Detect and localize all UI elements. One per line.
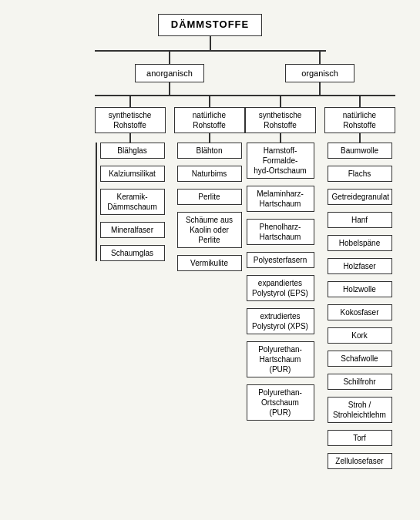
- leaf-item: Schafwolle: [328, 351, 392, 367]
- organisch-box: organisch: [285, 64, 354, 82]
- leaf-item: Hanf: [328, 212, 392, 228]
- diagram: DÄMMSTOFFE anorganisch synthetische Rohs: [8, 8, 412, 475]
- leaf-item: Kork: [328, 327, 392, 344]
- anorg-sub1-label: synthetische Rohstoffe: [95, 107, 166, 133]
- org-sub2-list: BaumwolleFlachsGetreidegranulatHanfHobel…: [328, 143, 392, 469]
- org-sub1-list: Harnstoff-Formalde- hyd-OrtschaumMelamin…: [247, 143, 314, 421]
- leaf-item: Mineralfaser: [100, 222, 165, 238]
- leaf-item: Flachs: [328, 166, 392, 182]
- leaf-item: Kalziumsilikat: [100, 166, 165, 182]
- anorg-sub2-list: BlähtonNaturbimsPerliteSchäume aus Kaoli…: [177, 143, 242, 271]
- leaf-item: Harnstoff-Formalde- hyd-Ortschaum: [247, 143, 314, 179]
- leaf-item: Stroh / Strohleichtlehm: [328, 397, 392, 423]
- org-sub2-label: natürliche Rohstoffe: [324, 107, 395, 133]
- leaf-item: Schaumglas: [100, 245, 165, 261]
- leaf-item: Keramik- Dämmschaum: [100, 189, 165, 215]
- leaf-item: Polyesterfasern: [247, 252, 314, 268]
- org-sub1-label: synthetische Rohstoffe: [245, 107, 316, 133]
- leaf-item: Getreidegranulat: [328, 189, 392, 205]
- leaf-item: Baumwolle: [328, 143, 392, 159]
- leaf-item: Vermikulite: [177, 255, 242, 271]
- leaf-item: Phenolharz- Hartschaum: [247, 219, 314, 245]
- leaf-item: Melaminharz- Hartschaum: [247, 186, 314, 212]
- leaf-item: Holzwolle: [328, 281, 392, 297]
- leaf-item: Schilfrohr: [328, 374, 392, 390]
- root-box: DÄMMSTOFFE: [158, 14, 262, 36]
- leaf-item: Naturbims: [177, 166, 242, 182]
- leaf-item: Blähton: [177, 143, 242, 159]
- leaf-item: expandiertes Polystyrol (EPS): [247, 275, 314, 301]
- anorganisch-box: anorganisch: [135, 64, 204, 82]
- anorg-sub2-label: natürliche Rohstoffe: [174, 107, 245, 133]
- leaf-item: Hobelspäne: [328, 235, 392, 251]
- leaf-item: Perlite: [177, 189, 242, 205]
- leaf-item: Zellulosefaser: [328, 453, 392, 469]
- anorg-sub1-list: BlähglasKalziumsilikatKeramik- Dämmschau…: [100, 143, 165, 261]
- leaf-item: Blähglas: [100, 143, 165, 159]
- leaf-item: Polyurethan- Ortschaum (PUR): [247, 384, 314, 421]
- leaf-item: Schäume aus Kaolin oder Perlite: [177, 212, 242, 248]
- leaf-item: Polyurethan- Hartschaum (PUR): [247, 341, 314, 377]
- leaf-item: Kokosfaser: [328, 304, 392, 320]
- leaf-item: Holzfaser: [328, 258, 392, 274]
- leaf-item: Torf: [328, 430, 392, 446]
- leaf-item: extrudiertes Polystyrol (XPS): [247, 308, 314, 334]
